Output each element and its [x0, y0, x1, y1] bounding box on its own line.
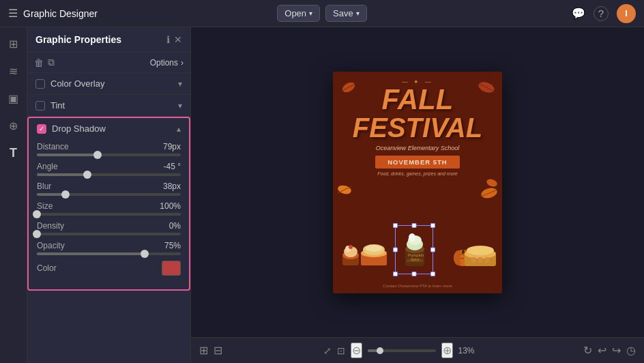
tool-elements[interactable]: ▣	[3, 87, 25, 109]
svg-point-34	[486, 177, 498, 188]
grid-view-button[interactable]: ⊟	[214, 344, 222, 357]
fit-view-button[interactable]: ⤢	[323, 345, 332, 356]
tint-label: Tint	[50, 100, 178, 111]
layers-view-button[interactable]: ⊞	[199, 344, 208, 357]
panel-info-icon[interactable]: ℹ	[166, 34, 170, 45]
main-layout: ⊞ ≋ ▣ ⊕ T Graphic Properties ℹ ✕ 🗑 ⧉ Opt…	[0, 27, 644, 363]
tool-layers[interactable]: ≋	[3, 60, 25, 82]
copy-icon[interactable]: ⧉	[48, 57, 55, 68]
color-label: Color	[37, 263, 57, 273]
opacity-property: Opacity 75%	[37, 241, 181, 255]
drop-shadow-collapse-icon[interactable]: ▴	[177, 124, 181, 134]
svg-point-8	[349, 245, 353, 249]
bottom-bar: ⊞ ⊟ ⤢ ⊡ ⊖ ⊕ 13% ↻ ↩ ↪ ◷	[191, 337, 644, 363]
tool-add[interactable]: ⊕	[3, 115, 25, 136]
zoom-out-button[interactable]: ⊖	[351, 343, 362, 358]
svg-text:Spice: Spice	[411, 257, 420, 261]
poster-tagline: Food, drinks, games, prizes and more	[377, 171, 458, 176]
tool-text[interactable]: T	[3, 142, 25, 164]
bottom-bar-right: ↻ ↩ ↪ ◷	[583, 344, 636, 357]
poster-date-banner: NOVEMBER 5TH	[375, 156, 459, 169]
graphic-properties-panel: Graphic Properties ℹ ✕ 🗑 ⧉ Options › Col…	[27, 27, 191, 363]
delete-icon[interactable]: 🗑	[34, 57, 44, 68]
angle-value: -45 °	[164, 162, 181, 171]
color-overlay-checkbox[interactable]	[35, 79, 45, 89]
svg-point-12	[366, 245, 382, 252]
tint-expand-icon[interactable]: ▾	[178, 101, 182, 111]
bottom-bar-left: ⊞ ⊟	[199, 344, 222, 357]
angle-property: Angle -45 °	[37, 162, 181, 176]
tool-templates[interactable]: ⊞	[3, 33, 25, 55]
history-button[interactable]: ◷	[626, 344, 636, 357]
svg-rect-29	[471, 257, 475, 263]
panel-title: Graphic Properties	[35, 34, 121, 45]
blur-slider[interactable]	[37, 193, 181, 196]
drop-shadow-header[interactable]: ✓ Drop Shadow ▴	[29, 118, 189, 139]
distance-slider[interactable]	[37, 154, 181, 156]
open-button[interactable]: Open ▾	[277, 5, 320, 22]
opacity-value: 75%	[164, 241, 181, 250]
opacity-label: Opacity	[37, 241, 65, 250]
blur-label: Blur	[37, 182, 51, 191]
size-value: 100%	[160, 201, 181, 211]
canvas-area: — ✦ — FALL FESTIVAL Oceanview Elementary…	[191, 27, 644, 363]
svg-point-28	[467, 246, 494, 255]
svg-rect-30	[478, 257, 482, 263]
app-title: Graphic Designer	[23, 8, 98, 19]
left-icon-bar: ⊞ ≋ ▣ ⊕ T	[0, 27, 27, 363]
poster-subtitle: Oceanview Elementary School	[376, 145, 460, 151]
svg-point-17	[409, 233, 415, 242]
zoom-level: 13%	[458, 346, 483, 355]
top-bar-left: ☰ Graphic Designer	[8, 7, 277, 20]
canvas-viewport[interactable]: — ✦ — FALL FESTIVAL Oceanview Elementary…	[191, 27, 644, 337]
avatar[interactable]: I	[617, 4, 636, 23]
blur-value: 38px	[163, 182, 181, 191]
poster-footer: Contact Oceanview PTA to learn more	[383, 284, 452, 293]
refresh-button[interactable]: ↻	[583, 344, 592, 357]
color-overlay-row[interactable]: Color Overlay ▾	[27, 73, 190, 95]
size-slider[interactable]	[37, 213, 181, 216]
size-label: Size	[37, 201, 53, 211]
save-button[interactable]: Save ▾	[325, 5, 367, 22]
drop-shadow-label: Drop Shadow	[52, 124, 177, 134]
distance-value: 79px	[163, 142, 181, 151]
blur-property: Blur 38px	[37, 182, 181, 196]
tint-checkbox[interactable]	[35, 101, 45, 111]
distance-label: Distance	[37, 142, 69, 151]
density-label: Density	[37, 221, 64, 231]
drop-shadow-checkbox[interactable]: ✓	[37, 124, 46, 134]
menu-icon[interactable]: ☰	[8, 7, 18, 20]
color-overlay-expand-icon[interactable]: ▾	[178, 79, 182, 89]
panel-toolbar: 🗑 ⧉ Options ›	[27, 53, 190, 73]
panel-content: Color Overlay ▾ Tint ▾ ✓ Drop Shadow ▴	[27, 73, 190, 363]
zoom-in-button[interactable]: ⊕	[441, 343, 453, 358]
undo-button[interactable]: ↩	[598, 344, 606, 357]
poster-title-fall: FALL	[382, 85, 454, 114]
panel-close-icon[interactable]: ✕	[174, 34, 182, 45]
open-chevron-icon: ▾	[309, 10, 312, 17]
chat-button[interactable]: 💬	[572, 7, 585, 20]
help-button[interactable]: ?	[594, 6, 609, 21]
options-button[interactable]: Options ›	[150, 58, 184, 68]
distance-property: Distance 79px	[37, 142, 181, 156]
panel-header-icons: ℹ ✕	[166, 34, 182, 45]
size-property: Size 100%	[37, 201, 181, 216]
opacity-slider[interactable]	[37, 252, 181, 255]
top-bar: ☰ Graphic Designer Open ▾ Save ▾ 💬 ? I	[0, 0, 644, 27]
zoom-slider[interactable]	[368, 349, 436, 352]
top-bar-right: 💬 ? I	[367, 4, 636, 23]
design-poster: — ✦ — FALL FESTIVAL Oceanview Elementary…	[333, 72, 502, 293]
density-property: Density 0%	[37, 221, 181, 235]
drop-shadow-section: ✓ Drop Shadow ▴ Distance 79px	[27, 117, 190, 291]
angle-label: Angle	[37, 162, 58, 171]
drop-shadow-properties: Distance 79px Angle -45 °	[29, 139, 189, 284]
top-bar-center: Open ▾ Save ▾	[277, 5, 366, 22]
save-chevron-icon: ▾	[356, 10, 360, 17]
color-swatch[interactable]	[162, 261, 181, 276]
tint-row[interactable]: Tint ▾	[27, 95, 190, 117]
redo-button[interactable]: ↪	[612, 344, 621, 357]
bottom-bar-center: ⤢ ⊡ ⊖ ⊕ 13%	[229, 343, 576, 358]
angle-slider[interactable]	[37, 173, 181, 176]
crop-button[interactable]: ⊡	[337, 345, 345, 356]
density-slider[interactable]	[37, 233, 181, 235]
